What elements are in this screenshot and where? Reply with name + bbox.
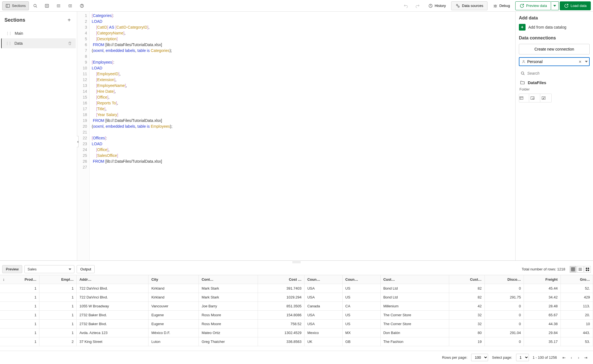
sidebar-collapse-handle[interactable] <box>77 136 79 147</box>
column-header[interactable]: Cont… <box>199 275 258 284</box>
column-header[interactable]: Disco… <box>484 275 524 284</box>
svg-line-23 <box>494 7 494 7</box>
plus-square-icon: + <box>519 24 526 31</box>
data-sources-button[interactable]: Data sources <box>451 1 488 10</box>
table-row[interactable]: 11722 DaVinci Blvd.KirklandMark Stark391… <box>0 284 593 293</box>
next-page-button[interactable]: › <box>575 354 582 361</box>
svg-line-3 <box>36 6 37 7</box>
table-row[interactable]: 111055 W BroadwayVancouverJoe Barry851.3… <box>0 302 593 311</box>
column-header[interactable]: Cust… <box>449 275 484 284</box>
column-header[interactable]: Addr… <box>77 275 149 284</box>
drag-handle-icon[interactable]: ⋮⋮ <box>6 31 11 35</box>
svg-line-29 <box>524 74 525 75</box>
tab-output[interactable]: Output <box>77 265 95 273</box>
preview-data-dropdown[interactable] <box>551 1 559 10</box>
history-label: History <box>435 4 446 8</box>
prev-page-button[interactable]: ‹ <box>568 354 575 361</box>
view-grid-button[interactable] <box>584 266 591 273</box>
search-button[interactable] <box>30 2 41 10</box>
add-section-button[interactable]: + <box>66 17 72 23</box>
chevron-down-icon[interactable] <box>584 61 588 62</box>
undo-button[interactable] <box>401 2 411 10</box>
table-selector[interactable]: Sales <box>24 265 74 273</box>
help-button[interactable] <box>77 2 87 10</box>
chevron-left-icon: ‹ <box>571 355 572 360</box>
svg-rect-0 <box>6 4 10 7</box>
trash-icon[interactable] <box>68 41 72 46</box>
search-icon <box>33 3 38 8</box>
debug-label: Debug <box>499 4 510 8</box>
column-header[interactable]: Coun… <box>342 275 380 284</box>
load-icon <box>564 3 569 8</box>
svg-rect-30 <box>520 97 523 99</box>
line-gutter: 1234567891011121314151617181920212223242… <box>77 12 90 260</box>
code-editor[interactable]: 1234567891011121314151617181920212223242… <box>77 12 515 260</box>
plus-icon: + <box>67 17 71 23</box>
catalog-label: Add from data catalog <box>528 25 566 29</box>
first-page-button[interactable]: ⇤ <box>561 354 567 361</box>
table-row[interactable]: 11722 DaVinci Blvd.KirklandMark Stark102… <box>0 293 593 302</box>
table-row[interactable]: 112732 Baker Blvd.EugeneRoss Moore758.52… <box>0 320 593 328</box>
view-table-button[interactable] <box>570 266 576 273</box>
column-header[interactable]: ↕ Prod… <box>0 275 39 284</box>
bug-icon <box>493 3 498 8</box>
sections-toggle[interactable]: Sections <box>2 1 29 10</box>
preview-panel: Preview Sales Output Total number of row… <box>0 260 593 364</box>
column-header[interactable]: Empl… <box>39 275 77 284</box>
code-body[interactable]: [Categories]:LOAD [CatID] AS [CatID-Cate… <box>90 12 515 260</box>
pager: Rows per page: 100 Select page: 1 1 - 10… <box>0 351 593 364</box>
load-data-button[interactable]: Load data <box>560 1 591 10</box>
svg-line-24 <box>496 7 497 7</box>
last-page-button[interactable]: ⇥ <box>582 354 589 361</box>
rows-per-page-select[interactable]: 100 <box>471 354 488 361</box>
svg-point-2 <box>34 4 36 7</box>
data-grid[interactable]: ↕ Prod…Empl…Addr…CityCont…Cost …Coun…Cou… <box>0 275 593 346</box>
svg-rect-4 <box>45 4 49 7</box>
space-input[interactable] <box>527 59 576 64</box>
column-header[interactable]: City <box>149 275 199 284</box>
redo-button[interactable] <box>412 2 423 10</box>
svg-rect-36 <box>571 268 575 271</box>
indent-button[interactable] <box>53 2 64 10</box>
column-header[interactable]: Cust… <box>380 275 449 284</box>
sidebar-item-data[interactable]: ⋮⋮Data <box>1 38 76 48</box>
connection-folder[interactable]: DataFiles <box>519 78 590 87</box>
column-header[interactable]: Coun… <box>304 275 342 284</box>
comment-icon <box>44 3 49 8</box>
drag-handle-icon[interactable]: ⋮⋮ <box>6 41 11 45</box>
connection-search <box>519 69 590 78</box>
table-row[interactable]: 112732 Baker Blvd.EugeneRoss Moore154.80… <box>0 311 593 320</box>
sidebar-item-main[interactable]: ⋮⋮Main <box>1 28 76 38</box>
insert-script-button[interactable] <box>530 94 540 102</box>
column-header[interactable]: Gro… <box>561 275 593 284</box>
horizontal-scrollbar[interactable] <box>0 346 593 351</box>
connection-search-input[interactable] <box>527 71 588 76</box>
tab-preview[interactable]: Preview <box>2 265 22 273</box>
grid-icon <box>586 267 589 271</box>
table-icon <box>571 267 575 271</box>
debug-button[interactable]: Debug <box>489 1 514 10</box>
add-from-catalog-button[interactable]: + Add from data catalog <box>519 24 590 31</box>
edit-connection-button[interactable] <box>541 94 551 102</box>
table-row[interactable]: 11Avda. Azteca 123México D.F.Mateo Ortiz… <box>0 328 593 337</box>
column-header[interactable]: Cost … <box>258 275 305 284</box>
help-icon <box>79 3 84 8</box>
svg-line-21 <box>494 5 494 6</box>
table-row[interactable]: 1237 King StreetLutonGreg Thatcher336.85… <box>0 337 593 346</box>
comment-button[interactable] <box>42 2 52 10</box>
sections-toggle-label: Sections <box>12 4 26 8</box>
outdent-button[interactable] <box>65 2 76 10</box>
preview-data-button[interactable]: Preview data <box>515 1 551 10</box>
history-button[interactable]: History <box>424 1 450 10</box>
create-connection-button[interactable]: Create new connection <box>519 44 590 54</box>
data-connections-heading: Data connections <box>519 36 590 41</box>
select-data-button[interactable] <box>519 94 529 102</box>
view-list-button[interactable] <box>577 266 584 273</box>
column-header[interactable]: Freight <box>524 275 561 284</box>
page-select[interactable]: 1 <box>516 354 529 361</box>
first-icon: ⇤ <box>562 355 566 360</box>
rows-per-page-label: Rows per page: <box>442 355 467 360</box>
space-selector[interactable]: ✕ <box>519 57 590 66</box>
resize-handle[interactable] <box>0 261 593 263</box>
clear-icon[interactable]: ✕ <box>577 60 583 64</box>
